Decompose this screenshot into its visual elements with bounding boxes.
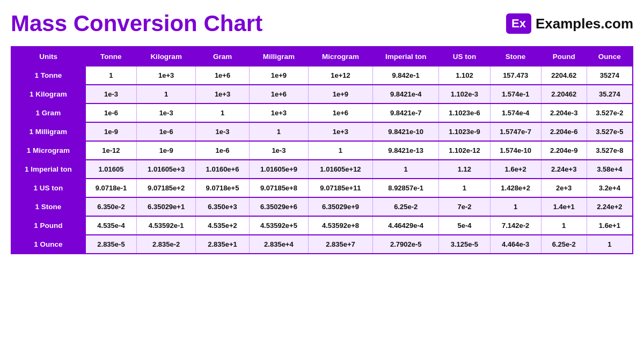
cell-r7-c7: 1 bbox=[490, 197, 541, 216]
cell-r0-c5: 9.842e-1 bbox=[373, 67, 439, 85]
cell-r5-c3: 1.01605e+9 bbox=[249, 160, 308, 179]
table-row: 1 Imperial ton1.016051.01605e+31.0160e+6… bbox=[11, 160, 633, 179]
cell-r8-c5: 4.46429e-4 bbox=[373, 216, 439, 235]
row-unit-label: 1 Imperial ton bbox=[11, 160, 85, 179]
cell-r2-c5: 9.8421e-7 bbox=[373, 104, 439, 122]
cell-r0-c9: 35274 bbox=[587, 67, 633, 85]
cell-r1-c5: 9.8421e-4 bbox=[373, 85, 439, 104]
cell-r9-c6: 3.125e-5 bbox=[439, 235, 490, 254]
cell-r2-c4: 1e+6 bbox=[308, 104, 372, 122]
cell-r0-c0: 1 bbox=[85, 67, 137, 85]
table-row: 1 Pound4.535e-44.53592e-14.535e+24.53592… bbox=[11, 216, 633, 235]
cell-r4-c8: 2.204e-9 bbox=[541, 141, 587, 160]
cell-r8-c6: 5e-4 bbox=[439, 216, 490, 235]
cell-r0-c6: 1.102 bbox=[439, 67, 490, 85]
table-row: 1 Microgram1e-121e-91e-61e-319.8421e-131… bbox=[11, 141, 633, 160]
cell-r1-c9: 35.274 bbox=[587, 85, 633, 104]
cell-r6-c1: 9.07185e+2 bbox=[137, 179, 196, 197]
cell-r7-c6: 7e-2 bbox=[439, 197, 490, 216]
cell-r8-c2: 4.535e+2 bbox=[196, 216, 250, 235]
row-unit-label: 1 Milligram bbox=[11, 122, 85, 141]
cell-r1-c8: 2.20462 bbox=[541, 85, 587, 104]
cell-r1-c4: 1e+9 bbox=[308, 85, 372, 104]
cell-r2-c7: 1.574e-4 bbox=[490, 104, 541, 122]
logo-text: Examples.com bbox=[536, 16, 633, 32]
cell-r3-c6: 1.1023e-9 bbox=[439, 122, 490, 141]
cell-r7-c9: 2.24e+2 bbox=[587, 197, 633, 216]
cell-r9-c3: 2.835e+4 bbox=[249, 235, 308, 254]
header-row: UnitsTonneKilogramGramMilligramMicrogram… bbox=[11, 47, 633, 67]
table-row: 1 Stone6.350e-26.35029e+16.350e+36.35029… bbox=[11, 197, 633, 216]
cell-r3-c1: 1e-6 bbox=[137, 122, 196, 141]
cell-r3-c8: 2.204e-6 bbox=[541, 122, 587, 141]
table-row: 1 US ton9.0718e-19.07185e+29.0718e+59.07… bbox=[11, 179, 633, 197]
cell-r2-c6: 1.1023e-6 bbox=[439, 104, 490, 122]
cell-r1-c3: 1e+6 bbox=[249, 85, 308, 104]
table-row: 1 Ounce2.835e-52.835e-22.835e+12.835e+42… bbox=[11, 235, 633, 254]
row-unit-label: 1 Tonne bbox=[11, 67, 85, 85]
cell-r6-c9: 3.2e+4 bbox=[587, 179, 633, 197]
cell-r3-c5: 9.8421e-10 bbox=[373, 122, 439, 141]
cell-r3-c4: 1e+3 bbox=[308, 122, 372, 141]
cell-r8-c3: 4.53592e+5 bbox=[249, 216, 308, 235]
cell-r1-c7: 1.574e-1 bbox=[490, 85, 541, 104]
cell-r8-c1: 4.53592e-1 bbox=[137, 216, 196, 235]
cell-r5-c2: 1.0160e+6 bbox=[196, 160, 250, 179]
cell-r4-c1: 1e-9 bbox=[137, 141, 196, 160]
cell-r6-c6: 1 bbox=[439, 179, 490, 197]
cell-r5-c4: 1.01605e+12 bbox=[308, 160, 372, 179]
cell-r5-c6: 1.12 bbox=[439, 160, 490, 179]
cell-r4-c7: 1.574e-10 bbox=[490, 141, 541, 160]
cell-r1-c6: 1.102e-3 bbox=[439, 85, 490, 104]
col-header-5: Microgram bbox=[308, 47, 372, 67]
cell-r5-c0: 1.01605 bbox=[85, 160, 137, 179]
row-unit-label: 1 Pound bbox=[11, 216, 85, 235]
cell-r5-c8: 2.24e+3 bbox=[541, 160, 587, 179]
cell-r6-c0: 9.0718e-1 bbox=[85, 179, 137, 197]
cell-r9-c9: 1 bbox=[587, 235, 633, 254]
cell-r0-c4: 1e+12 bbox=[308, 67, 372, 85]
cell-r4-c0: 1e-12 bbox=[85, 141, 137, 160]
cell-r1-c2: 1e+3 bbox=[196, 85, 250, 104]
cell-r6-c8: 2e+3 bbox=[541, 179, 587, 197]
cell-r9-c4: 2.835e+7 bbox=[308, 235, 372, 254]
cell-r4-c2: 1e-6 bbox=[196, 141, 250, 160]
cell-r5-c9: 3.58e+4 bbox=[587, 160, 633, 179]
col-header-2: Kilogram bbox=[137, 47, 196, 67]
cell-r4-c4: 1 bbox=[308, 141, 372, 160]
cell-r4-c5: 9.8421e-13 bbox=[373, 141, 439, 160]
table-row: 1 Tonne11e+31e+61e+91e+129.842e-11.10215… bbox=[11, 67, 633, 85]
cell-r5-c1: 1.01605e+3 bbox=[137, 160, 196, 179]
cell-r1-c1: 1 bbox=[137, 85, 196, 104]
col-header-0: Units bbox=[11, 47, 85, 67]
cell-r9-c8: 6.25e-2 bbox=[541, 235, 587, 254]
logo-area: Ex Examples.com bbox=[506, 13, 633, 34]
cell-r1-c0: 1e-3 bbox=[85, 85, 137, 104]
cell-r3-c3: 1 bbox=[249, 122, 308, 141]
cell-r5-c5: 1 bbox=[373, 160, 439, 179]
cell-r9-c0: 2.835e-5 bbox=[85, 235, 137, 254]
table-row: 1 Milligram1e-91e-61e-311e+39.8421e-101.… bbox=[11, 122, 633, 141]
cell-r2-c1: 1e-3 bbox=[137, 104, 196, 122]
cell-r7-c3: 6.35029e+6 bbox=[249, 197, 308, 216]
cell-r4-c6: 1.102e-12 bbox=[439, 141, 490, 160]
cell-r7-c1: 6.35029e+1 bbox=[137, 197, 196, 216]
table-header: UnitsTonneKilogramGramMilligramMicrogram… bbox=[11, 47, 633, 67]
page-header: Mass Conversion Chart Ex Examples.com bbox=[11, 11, 633, 36]
col-header-7: US ton bbox=[439, 47, 490, 67]
row-unit-label: 1 Gram bbox=[11, 104, 85, 122]
col-header-6: Imperial ton bbox=[373, 47, 439, 67]
cell-r2-c2: 1 bbox=[196, 104, 250, 122]
cell-r2-c8: 2.204e-3 bbox=[541, 104, 587, 122]
col-header-8: Stone bbox=[490, 47, 541, 67]
logo-box: Ex bbox=[506, 13, 531, 34]
table-row: 1 Kilogram1e-311e+31e+61e+99.8421e-41.10… bbox=[11, 85, 633, 104]
table-body: 1 Tonne11e+31e+61e+91e+129.842e-11.10215… bbox=[11, 67, 633, 254]
cell-r3-c7: 1.5747e-7 bbox=[490, 122, 541, 141]
cell-r6-c2: 9.0718e+5 bbox=[196, 179, 250, 197]
cell-r6-c5: 8.92857e-1 bbox=[373, 179, 439, 197]
cell-r7-c5: 6.25e-2 bbox=[373, 197, 439, 216]
col-header-3: Gram bbox=[196, 47, 250, 67]
row-unit-label: 1 Stone bbox=[11, 197, 85, 216]
col-header-10: Ounce bbox=[587, 47, 633, 67]
